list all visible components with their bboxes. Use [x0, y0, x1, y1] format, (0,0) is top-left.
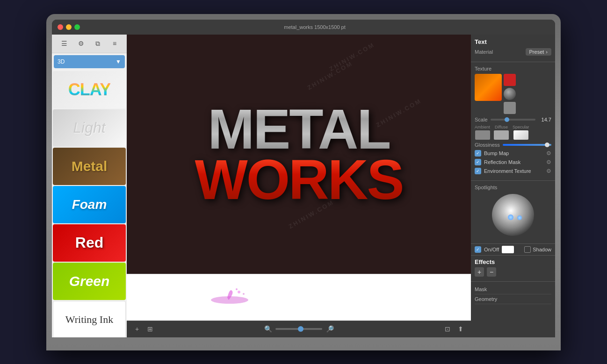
spotlight-sphere[interactable] — [492, 194, 534, 236]
bottom-bar-right: ⊡ ⬆ — [443, 324, 465, 334]
preset-writing-ink[interactable]: Writing Ink — [53, 301, 126, 337]
texture-dark-swatch[interactable] — [504, 102, 516, 114]
color-swatch-white[interactable] — [502, 246, 514, 253]
texture-red-swatch[interactable] — [504, 74, 516, 86]
glossiness-thumb[interactable] — [545, 143, 549, 147]
scale-value: 14.7 — [538, 117, 551, 122]
reflection-mask-checkbox[interactable]: ✓ — [475, 159, 481, 165]
export-icon[interactable]: ⊡ — [443, 324, 452, 334]
preset-green[interactable]: Green — [53, 263, 126, 300]
scale-track[interactable] — [491, 119, 535, 121]
title-bar: metal_works 1500x1500 pt — [52, 20, 555, 35]
material-swatches-row: Ambient Diffuse Specular — [475, 125, 551, 140]
shadow-checkbox[interactable] — [524, 246, 531, 253]
text-section: Text Material Preset › — [471, 35, 555, 62]
bump-map-gear-icon[interactable]: ⚙ — [546, 150, 551, 157]
dropdown-value: 3D — [58, 58, 65, 65]
canvas-preview — [127, 274, 471, 321]
geometry-row: Geometry — [475, 294, 551, 304]
layers-icon[interactable]: ⧉ — [93, 39, 102, 48]
ambient-swatch[interactable] — [475, 130, 490, 140]
bump-map-row: ✓ Bump Map ⚙ — [475, 150, 551, 157]
on-off-row: ✓ On/Off Shadow — [471, 244, 555, 256]
sidebar: ☰ ⚙ ⧉ ≡ 3D ▼ CLAY — [52, 35, 127, 337]
share-icon[interactable]: ⬆ — [456, 324, 465, 334]
texture-main-swatch[interactable] — [475, 74, 502, 101]
glossiness-track[interactable] — [503, 144, 551, 146]
texture-sub-swatches — [504, 74, 516, 114]
bump-map-checkbox[interactable]: ✓ — [475, 150, 481, 157]
on-off-checkbox[interactable]: ✓ — [475, 246, 481, 253]
shadow-label: Shadow — [533, 247, 551, 252]
preset-clay[interactable]: CLAY — [53, 71, 126, 108]
add-effect-button[interactable]: + — [475, 267, 484, 277]
reflection-mask-gear-icon[interactable]: ⚙ — [546, 159, 551, 165]
zoom-out-icon[interactable]: 🔍 — [263, 324, 273, 334]
preset-light[interactable]: Light — [53, 109, 126, 147]
laptop-frame: metal_works 1500x1500 pt ☰ ⚙ ⧉ ≡ 3D ▼ — [46, 14, 561, 350]
window-controls — [58, 24, 80, 30]
canvas-area: ZHINIW.COM ZHINIW.COM ZHINIW.COM ZHINIW.… — [127, 35, 471, 337]
reflection-mask-label: Reflection Mask — [484, 159, 543, 165]
spotlights-section: Spotlights — [471, 181, 555, 244]
zoom-thumb[interactable] — [298, 326, 304, 332]
minimize-button[interactable] — [66, 24, 72, 30]
mask-row: Mask — [475, 285, 551, 294]
settings-icon[interactable]: ⚙ — [76, 39, 86, 48]
scale-row: Scale 14.7 — [475, 117, 551, 122]
maximize-button[interactable] — [74, 24, 80, 30]
remove-effect-button[interactable]: − — [487, 267, 496, 277]
scale-thumb[interactable] — [505, 117, 509, 122]
preset-foam[interactable]: Foam — [53, 186, 126, 223]
env-texture-checkbox[interactable]: ✓ — [475, 168, 481, 174]
preset-button[interactable]: Preset › — [526, 48, 551, 56]
dimension-dropdown[interactable]: 3D ▼ — [54, 55, 125, 68]
texture-sphere-swatch[interactable] — [504, 88, 516, 100]
bottom-bar-left: + ⊞ — [132, 324, 155, 334]
shadow-check: Shadow — [524, 246, 551, 253]
menu-icon[interactable]: ☰ — [59, 39, 69, 48]
watermark-4: ZHINIW.COM — [328, 41, 376, 72]
add-layer-icon[interactable]: + — [132, 324, 142, 334]
frame-icon[interactable]: ⊞ — [145, 324, 155, 334]
zoom-slider[interactable]: 🔍 🔎 — [263, 324, 334, 334]
preset-metal-label: Metal — [72, 158, 108, 174]
preset-red[interactable]: Red — [53, 224, 126, 262]
add-remove-row: + − — [475, 267, 551, 277]
env-texture-gear-icon[interactable]: ⚙ — [546, 168, 551, 174]
main-text-container: METAL WORKS — [127, 94, 471, 214]
ink-splash-visual — [202, 284, 258, 312]
preset-list: CLAY Light Metal Foam — [52, 70, 127, 337]
bump-map-label: Bump Map — [484, 150, 543, 156]
close-button[interactable] — [58, 24, 63, 30]
spotlight-dot-2[interactable] — [517, 215, 522, 220]
preset-light-label: Light — [73, 119, 105, 136]
right-panel: Text Material Preset › Texture — [471, 35, 555, 337]
zoom-track[interactable] — [275, 328, 322, 330]
mask-label: Mask — [475, 286, 487, 292]
material-row: Material Preset › — [475, 48, 551, 56]
canvas-bottom-bar: + ⊞ 🔍 🔎 ⊡ ⬆ — [127, 321, 471, 337]
svg-point-1 — [238, 291, 240, 293]
spotlight-dot-1[interactable] — [508, 214, 513, 220]
effects-section: Effects + − — [471, 256, 555, 282]
chevron-down-icon: ▼ — [116, 58, 121, 65]
svg-point-3 — [236, 288, 238, 290]
glossiness-row: Glossiness — [475, 142, 551, 148]
stack-icon[interactable]: ≡ — [110, 39, 119, 48]
preset-red-label: Red — [75, 234, 103, 251]
preset-writing-label: Writing Ink — [65, 314, 113, 326]
laptop-screen: metal_works 1500x1500 pt ☰ ⚙ ⧉ ≡ 3D ▼ — [52, 20, 555, 337]
texture-section: Texture Scale — [471, 62, 555, 181]
specular-swatch[interactable] — [513, 130, 528, 140]
diffuse-swatch[interactable] — [494, 130, 509, 140]
bottom-panel-items: Mask Geometry — [471, 282, 555, 307]
preset-metal[interactable]: Metal — [53, 148, 126, 185]
reflection-mask-row: ✓ Reflection Mask ⚙ — [475, 159, 551, 165]
canvas-main[interactable]: ZHINIW.COM ZHINIW.COM ZHINIW.COM ZHINIW.… — [127, 35, 471, 274]
preset-clay-label: CLAY — [68, 80, 111, 100]
watermark-1: ZHINIW.COM — [306, 59, 354, 91]
metal-text: METAL — [208, 104, 390, 154]
preset-foam-label: Foam — [72, 197, 107, 212]
zoom-in-icon[interactable]: 🔎 — [325, 324, 334, 334]
